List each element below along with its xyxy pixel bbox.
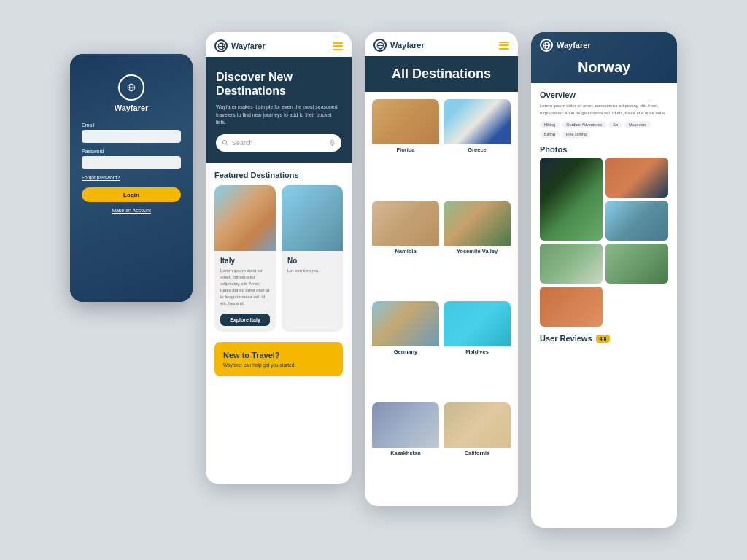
featured-title: Featured Destinations: [214, 171, 343, 179]
search-bar[interactable]: Search: [216, 134, 341, 152]
florida-name: Florida: [372, 144, 439, 155]
greece-card[interactable]: Greece: [444, 99, 511, 196]
photo-city: [540, 287, 603, 327]
greece-image: [444, 99, 511, 144]
florida-image: [372, 99, 439, 144]
email-label: Email: [82, 122, 95, 128]
city-photo: [540, 287, 603, 327]
new-travel-desc: Wayfarer can help get you started: [223, 362, 334, 368]
discover-body: Featured Destinations Italy Lorem ipsum …: [206, 163, 352, 484]
namibia-name: Namibia: [372, 246, 439, 257]
norway-screen: Wayfarer Norway Overview Lorem ipsum dol…: [531, 32, 677, 528]
hamburger-menu-icon[interactable]: [333, 42, 343, 50]
password-label: Password: [82, 149, 104, 154]
overview-title: Overview: [540, 90, 668, 99]
new-to-travel-banner: New to Travel? Wayfarer can help get you…: [214, 342, 343, 376]
tag-dining[interactable]: Fine Dining: [562, 131, 591, 138]
photos-grid: [540, 158, 668, 327]
norway-logo-row: Wayfarer: [540, 39, 591, 52]
photo-village: [605, 158, 668, 198]
photo-cyclist: [605, 244, 668, 284]
kazakhstan-card[interactable]: Kazakhstan: [372, 402, 439, 499]
norway-partial-image: [282, 185, 343, 251]
login-button[interactable]: Login: [82, 187, 181, 202]
namibia-card[interactable]: Namibia: [372, 201, 439, 298]
namibia-image: [372, 201, 439, 246]
dest-logo-row: Wayfarer: [374, 39, 425, 52]
tag-hiking[interactable]: Hiking: [540, 121, 560, 128]
california-image: [444, 402, 511, 448]
destinations-grid: Florida Greece Namibia Yosemite Valley G…: [365, 92, 518, 506]
header-brand: Wayfarer: [231, 42, 266, 50]
discover-header: Wayfarer: [206, 32, 352, 57]
italy-image: [214, 185, 276, 251]
italy-card: Italy Lorem ipsum dolor sit amet, consec…: [214, 185, 276, 332]
make-account-link[interactable]: Make an Account: [112, 208, 151, 213]
all-destinations-title: All Destinations: [375, 66, 508, 82]
italy-desc: Lorem ipsum dolor sit amet, consectetur …: [220, 268, 270, 307]
tag-outdoor[interactable]: Outdoor Adventures: [562, 121, 606, 128]
greece-name: Greece: [444, 144, 511, 155]
dest-hamburger-icon[interactable]: [499, 42, 509, 50]
login-brand: Wayfarer: [115, 104, 149, 112]
tags-row: Hiking Outdoor Adventures Sp Museums Bik…: [540, 121, 668, 138]
photo-mountain: [540, 244, 603, 284]
norway-header-bar: Wayfarer: [531, 32, 677, 58]
kazakhstan-name: Kazakhstan: [372, 448, 439, 459]
norway-body: Overview Lorem ipsum dolor sit amet, con…: [531, 83, 677, 528]
california-card[interactable]: California: [444, 402, 511, 499]
hero-subtitle: Wayfarer makes it simple for even the mo…: [216, 104, 341, 127]
discover-hero: Discover New Destinations Wayfarer makes…: [206, 57, 352, 163]
norway-partial-desc: Lor con turp ma: [287, 268, 337, 274]
discover-screen: Wayfarer Discover New Destinations Wayfa…: [206, 32, 352, 484]
search-icon: [222, 139, 228, 146]
norway-page-title: Norway: [578, 59, 630, 76]
password-dots: ············: [86, 160, 103, 166]
forgot-password-link[interactable]: Forgot password?: [82, 175, 120, 180]
reviews-title: User Reviews: [540, 334, 592, 343]
all-destinations-screen: Wayfarer All Destinations Florida Greece: [365, 32, 518, 506]
norway-brand: Wayfarer: [557, 41, 591, 50]
login-screen: Wayfarer Email Password ············ For…: [70, 54, 193, 302]
header-globe-icon: [214, 39, 228, 52]
reviews-bar: User Reviews 4.8: [540, 334, 668, 343]
germany-card[interactable]: Germany: [372, 301, 439, 398]
tag-biking[interactable]: Biking: [540, 131, 560, 138]
kazakhstan-image: [372, 402, 439, 448]
dest-brand: Wayfarer: [390, 41, 425, 50]
germany-image: [372, 301, 439, 346]
norway-globe-icon: [540, 39, 553, 52]
norway-card-partial: No Lor con turp ma: [282, 185, 343, 332]
yosemite-card[interactable]: Yosemite Valley: [444, 201, 511, 298]
explore-italy-button[interactable]: Explore Italy: [220, 314, 270, 326]
new-travel-title: New to Travel?: [223, 351, 334, 359]
search-placeholder: Search: [232, 139, 325, 147]
norway-partial-title: No: [287, 257, 337, 265]
aurora-photo: [540, 158, 603, 241]
cyclist-photo: [605, 244, 668, 284]
tag-sp[interactable]: Sp: [608, 121, 622, 128]
rating-badge: 4.8: [596, 335, 611, 343]
svg-rect-8: [331, 140, 333, 144]
photo-aurora: [540, 158, 603, 241]
maldives-name: Maldives: [444, 346, 511, 357]
dest-globe-icon: [374, 39, 387, 52]
germany-name: Germany: [372, 346, 439, 357]
maldives-card[interactable]: Maldives: [444, 301, 511, 398]
tag-museums[interactable]: Museums: [624, 121, 651, 128]
fjord-photo: [605, 201, 668, 241]
destinations-hero: All Destinations: [365, 56, 518, 92]
yosemite-image: [444, 201, 511, 246]
destinations-header: Wayfarer: [365, 32, 518, 56]
yosemite-name: Yosemite Valley: [444, 246, 511, 257]
california-name: California: [444, 448, 511, 459]
email-input[interactable]: [82, 130, 181, 143]
photos-title: Photos: [540, 145, 668, 154]
florida-card[interactable]: Florida: [372, 99, 439, 196]
hero-title: Discover New Destinations: [216, 70, 341, 98]
password-input: ············: [82, 156, 181, 169]
featured-cards-row: Italy Lorem ipsum dolor sit amet, consec…: [214, 185, 343, 338]
microphone-icon[interactable]: [329, 139, 336, 146]
login-globe-icon: [118, 74, 144, 101]
village-photo: [605, 158, 668, 198]
